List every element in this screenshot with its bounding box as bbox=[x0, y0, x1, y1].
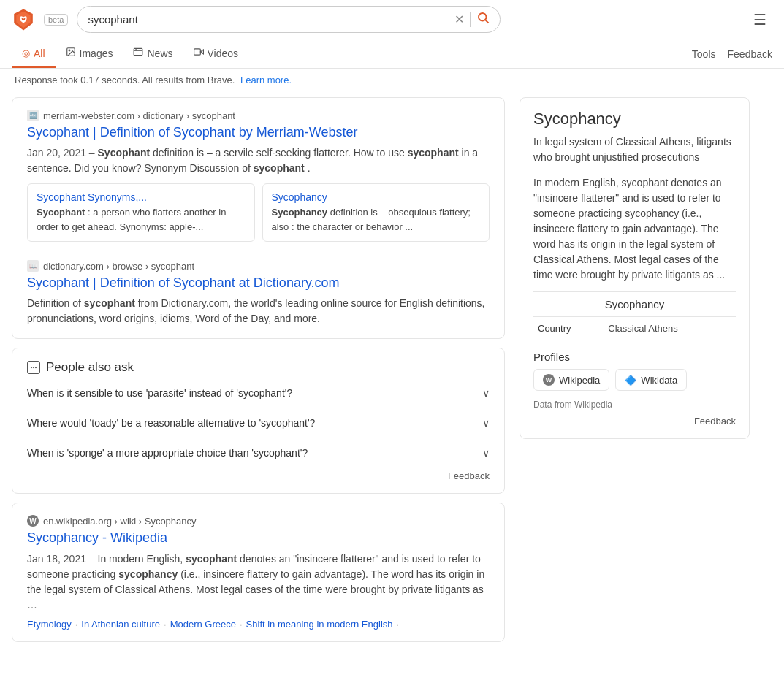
dict-url: dictionary.com › browse › sycophant bbox=[43, 261, 194, 272]
profiles-row: W Wikipedia 🔷 Wikidata bbox=[533, 369, 736, 391]
result-item-mw: 🔤 merriam-webster.com › dictionary › syc… bbox=[27, 110, 490, 242]
svg-point-12 bbox=[31, 367, 32, 368]
response-bar: Response took 0.17 seconds. All results … bbox=[0, 69, 784, 91]
all-icon: ◎ bbox=[22, 47, 30, 58]
subsection-synonyms-text: Sycophant : a person who flatters anothe… bbox=[37, 205, 246, 234]
dict-favicon: 📖 bbox=[27, 260, 39, 272]
search-input[interactable] bbox=[88, 13, 454, 26]
sidebar-profiles-title: Profiles bbox=[533, 351, 736, 363]
wiki-url: en.wikipedia.org › wiki › Sycophancy bbox=[43, 516, 197, 527]
sublink-shift[interactable]: Shift in meaning in modern English bbox=[246, 619, 393, 630]
sidebar-table-row-country: Country Classical Athens bbox=[533, 317, 736, 340]
sublink-etymology[interactable]: Etymology bbox=[27, 619, 72, 630]
videos-icon bbox=[194, 47, 204, 59]
wikidata-icon: 🔷 bbox=[625, 374, 636, 386]
paa-question-3: When is 'sponge' a more appropriate choi… bbox=[27, 447, 308, 459]
svg-point-5 bbox=[69, 50, 70, 51]
learn-more-link[interactable]: Learn more. bbox=[240, 75, 292, 85]
svg-point-13 bbox=[36, 367, 37, 368]
result-card-1: 🔤 merriam-webster.com › dictionary › syc… bbox=[12, 97, 505, 339]
svg-rect-6 bbox=[134, 48, 143, 55]
subsection-synonyms-title[interactable]: Sycophant Synonyms,... bbox=[37, 191, 246, 203]
paa-question-1: When is it sensible to use 'parasite' in… bbox=[27, 387, 292, 399]
wiki-title-link[interactable]: Sycophancy - Wikipedia bbox=[27, 529, 490, 547]
svg-line-3 bbox=[486, 20, 489, 23]
sublink-athenian[interactable]: In Athenian culture bbox=[81, 619, 160, 630]
sidebar-summary-2: In modern English, sycophant denotes an … bbox=[533, 175, 736, 283]
sidebar-table: Sycophancy Country Classical Athens bbox=[533, 291, 736, 340]
paa-icon bbox=[27, 361, 40, 374]
profile-wikidata-button[interactable]: 🔷 Wikidata bbox=[615, 369, 687, 391]
profile-wikipedia-button[interactable]: W Wikipedia bbox=[533, 369, 609, 391]
subsection-synonyms: Sycophant Synonyms,... Sycophant : a per… bbox=[27, 183, 255, 242]
sidebar-attribution: Data from Wikipedia bbox=[533, 400, 736, 410]
sublink-dot-1: · bbox=[75, 619, 78, 630]
mw-snippet: Jan 20, 2021 – Sycophant definition is –… bbox=[27, 145, 490, 176]
paa-chevron-3: ∨ bbox=[482, 447, 490, 459]
tab-images[interactable]: Images bbox=[56, 39, 123, 68]
mw-favicon: 🔤 bbox=[27, 110, 39, 121]
brave-logo bbox=[12, 8, 35, 31]
search-button[interactable] bbox=[476, 11, 490, 28]
wikipedia-icon: W bbox=[543, 374, 555, 386]
images-icon bbox=[66, 47, 76, 59]
paa-feedback[interactable]: Feedback bbox=[27, 470, 490, 481]
result-divider bbox=[27, 251, 490, 251]
paa-header: People also ask bbox=[27, 360, 490, 375]
paa-item-2[interactable]: Where would 'toady' be a reasonable alte… bbox=[27, 408, 490, 438]
tools-link[interactable]: Tools bbox=[692, 48, 716, 60]
search-bar: ✕ bbox=[77, 6, 501, 33]
paa-item-3[interactable]: When is 'sponge' a more appropriate choi… bbox=[27, 438, 490, 468]
feedback-link[interactable]: Feedback bbox=[728, 48, 772, 60]
mw-subsections: Sycophant Synonyms,... Sycophant : a per… bbox=[27, 183, 490, 242]
main-layout: 🔤 merriam-webster.com › dictionary › syc… bbox=[0, 91, 784, 657]
dict-snippet: Definition of sycophant from Dictionary.… bbox=[27, 296, 490, 327]
sidebar-feedback[interactable]: Feedback bbox=[533, 416, 736, 427]
results-column: 🔤 merriam-webster.com › dictionary › syc… bbox=[12, 97, 505, 651]
people-also-ask: People also ask When is it sensible to u… bbox=[12, 348, 505, 494]
header: beta ✕ ☰ bbox=[0, 0, 784, 39]
paa-item-1[interactable]: When is it sensible to use 'parasite' in… bbox=[27, 378, 490, 408]
sublink-modern-greece[interactable]: Modern Greece bbox=[170, 619, 236, 630]
wikipedia-result-card: W en.wikipedia.org › wiki › Sycophancy S… bbox=[12, 503, 505, 641]
tab-all[interactable]: ◎ All bbox=[12, 40, 56, 68]
tab-news[interactable]: News bbox=[123, 39, 183, 68]
menu-button[interactable]: ☰ bbox=[747, 8, 772, 31]
sidebar-table-title: Sycophancy bbox=[533, 292, 736, 317]
news-icon bbox=[133, 47, 143, 59]
sublink-dot-4: · bbox=[397, 619, 400, 630]
paa-question-2: Where would 'toady' be a reasonable alte… bbox=[27, 417, 315, 429]
paa-chevron-2: ∨ bbox=[482, 417, 490, 429]
dict-title-link[interactable]: Sycophant | Definition of Sycophant at D… bbox=[27, 274, 490, 292]
sidebar-column: Sycophancy In legal system of Classical … bbox=[520, 97, 750, 651]
svg-point-2 bbox=[479, 13, 487, 21]
svg-rect-10 bbox=[194, 49, 200, 55]
sublink-dot-2: · bbox=[164, 619, 167, 630]
mw-title-link[interactable]: Sycophant | Definition of Sycophant by M… bbox=[27, 123, 490, 142]
wiki-favicon: W bbox=[27, 515, 39, 527]
sidebar-table-val-country: Classical Athens bbox=[604, 317, 736, 340]
sidebar-summary-1: In legal system of Classical Athens, lit… bbox=[533, 134, 736, 165]
subsection-sycophancy: Sycophancy Sycophancy definition is – ob… bbox=[262, 183, 490, 242]
subsection-sycophancy-title[interactable]: Sycophancy bbox=[272, 191, 481, 203]
mw-date: Jan 20, 2021 – bbox=[27, 147, 95, 159]
sidebar-table-key-country: Country bbox=[533, 317, 604, 340]
sidebar-title: Sycophancy bbox=[533, 110, 736, 129]
nav-tabs: ◎ All Images News Videos Tools Feedback bbox=[0, 39, 784, 69]
sidebar-profiles: Profiles W Wikipedia 🔷 Wikidata bbox=[533, 351, 736, 391]
svg-marker-9 bbox=[200, 50, 203, 54]
sidebar-card: Sycophancy In legal system of Classical … bbox=[520, 97, 750, 439]
clear-icon[interactable]: ✕ bbox=[454, 12, 464, 26]
mw-url: merriam-webster.com › dictionary › sycop… bbox=[43, 110, 235, 121]
sublink-dot-3: · bbox=[240, 619, 243, 630]
beta-badge: beta bbox=[44, 14, 68, 26]
tab-videos[interactable]: Videos bbox=[183, 39, 249, 68]
subsection-sycophancy-text: Sycophancy definition is – obsequious fl… bbox=[272, 205, 481, 234]
wiki-sublinks: Etymology · In Athenian culture · Modern… bbox=[27, 619, 490, 630]
result-item-dict: 📖 dictionary.com › browse › sycophant Sy… bbox=[27, 260, 490, 327]
paa-chevron-1: ∨ bbox=[482, 387, 490, 399]
wiki-snippet: Jan 18, 2021 – In modern English, sycoph… bbox=[27, 552, 490, 613]
svg-point-11 bbox=[34, 367, 34, 368]
